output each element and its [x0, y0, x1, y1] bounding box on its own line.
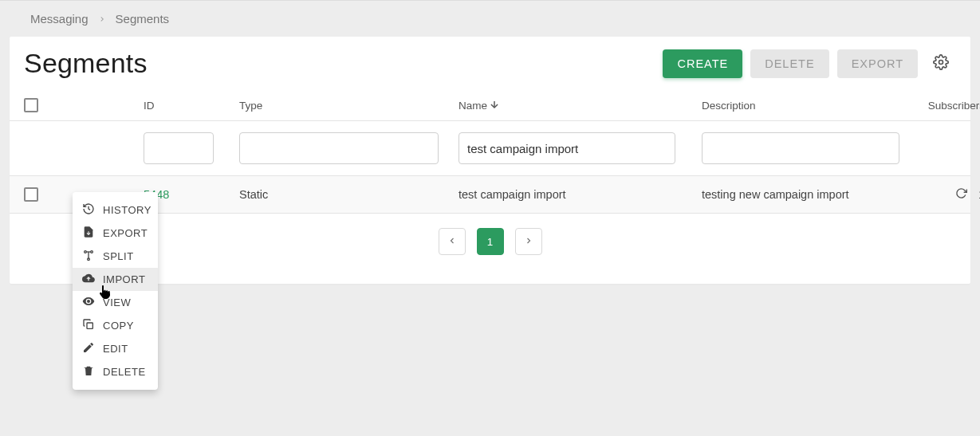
menu-delete[interactable]: DELETE — [73, 360, 158, 383]
page-number-button[interactable]: 1 — [477, 228, 504, 255]
chevron-left-icon — [447, 236, 457, 248]
export-icon — [82, 226, 95, 241]
page-next-button[interactable] — [515, 228, 542, 255]
column-name-label: Name — [459, 100, 487, 112]
column-name[interactable]: Name — [459, 99, 702, 112]
menu-history[interactable]: HISTORY — [73, 198, 158, 222]
row-context-menu: HISTORY EXPORT SPLIT IMPORT VIEW COPY ED… — [73, 192, 158, 390]
menu-view-label: VIEW — [103, 297, 131, 308]
column-id[interactable]: ID — [144, 100, 239, 112]
split-icon — [82, 249, 95, 264]
menu-edit-label: EDIT — [103, 343, 128, 355]
eye-icon — [82, 295, 95, 310]
filter-row — [10, 121, 970, 176]
svg-point-2 — [85, 251, 87, 253]
menu-import[interactable]: IMPORT — [73, 268, 158, 291]
header-actions: CREATE DELETE EXPORT — [663, 49, 956, 79]
gear-icon — [933, 54, 949, 73]
menu-export-label: EXPORT — [103, 227, 148, 239]
row-description: testing new campaign import — [702, 188, 925, 201]
svg-point-4 — [88, 258, 90, 261]
breadcrumb-root[interactable]: Messaging — [30, 12, 89, 26]
menu-export[interactable]: EXPORT — [73, 222, 158, 245]
menu-delete-label: DELETE — [103, 366, 146, 378]
select-all-checkbox[interactable] — [24, 98, 38, 112]
delete-button[interactable]: DELETE — [750, 49, 828, 78]
column-subscribers[interactable]: Subscribers — [925, 100, 980, 112]
svg-point-3 — [91, 251, 93, 253]
settings-button[interactable] — [926, 49, 956, 79]
cloud-upload-icon — [82, 272, 95, 287]
export-button[interactable]: EXPORT — [837, 49, 918, 78]
copy-icon — [82, 318, 95, 333]
row-type: Static — [239, 188, 459, 201]
row-checkbox[interactable] — [24, 187, 38, 202]
filter-description-input[interactable] — [702, 132, 899, 164]
pencil-icon — [82, 341, 95, 356]
filter-name-input[interactable] — [459, 132, 675, 164]
menu-copy[interactable]: COPY — [73, 314, 158, 337]
breadcrumb-leaf[interactable]: Segments — [116, 12, 170, 26]
menu-edit[interactable]: EDIT — [73, 337, 158, 360]
chevron-right-icon — [524, 236, 533, 248]
menu-split-label: SPLIT — [103, 250, 134, 262]
page-prev-button[interactable] — [439, 228, 466, 255]
sort-down-icon — [489, 99, 500, 112]
svg-point-0 — [939, 61, 943, 65]
chevron-right-icon — [98, 15, 106, 23]
svg-rect-5 — [87, 323, 92, 328]
filter-type-input[interactable] — [239, 132, 439, 164]
menu-import-label: IMPORT — [103, 273, 145, 285]
history-icon — [82, 202, 95, 218]
column-type[interactable]: Type — [239, 100, 459, 112]
refresh-icon[interactable] — [955, 187, 967, 202]
menu-copy-label: COPY — [103, 320, 134, 332]
filter-id-input[interactable] — [144, 132, 214, 164]
menu-split[interactable]: SPLIT — [73, 245, 158, 268]
trash-icon — [82, 364, 95, 379]
menu-view[interactable]: VIEW — [73, 291, 158, 314]
row-subscribers-cell: 1 — [925, 187, 980, 202]
select-all-cell — [24, 98, 144, 112]
menu-history-label: HISTORY — [103, 204, 152, 216]
page-title: Segments — [24, 48, 148, 79]
column-description[interactable]: Description — [702, 100, 925, 112]
table-header: ID Type Name Description Subscribers — [10, 93, 970, 121]
card-header: Segments CREATE DELETE EXPORT — [10, 37, 970, 93]
breadcrumb: Messaging Segments — [0, 1, 980, 37]
row-name: test campaign import — [459, 188, 702, 201]
create-button[interactable]: CREATE — [663, 49, 742, 78]
